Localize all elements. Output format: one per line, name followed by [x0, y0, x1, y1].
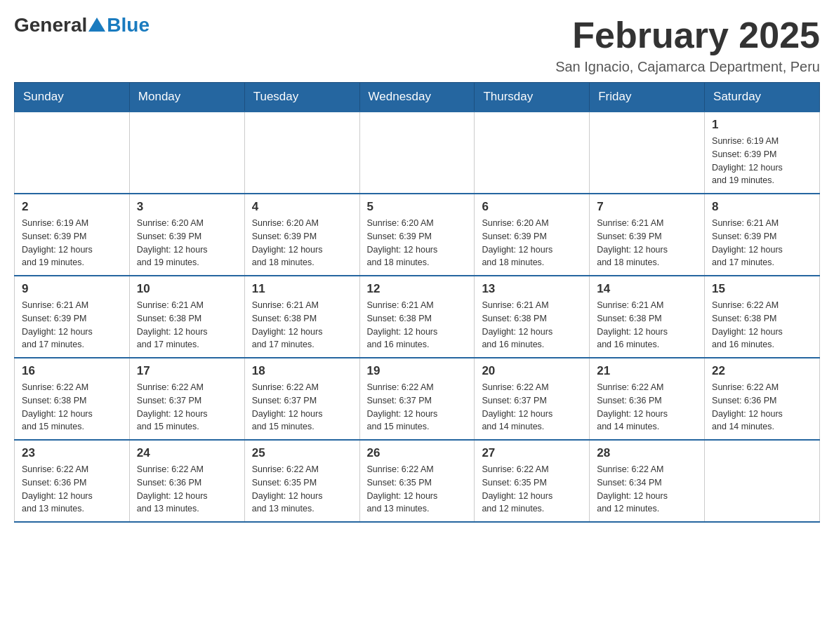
day-number: 16 [22, 364, 122, 378]
page-header: General Blue February 2025 San Ignacio, … [14, 14, 820, 75]
calendar-cell: 11Sunrise: 6:21 AM Sunset: 6:38 PM Dayli… [244, 276, 359, 358]
weekday-header: Saturday [705, 83, 820, 112]
calendar-cell: 18Sunrise: 6:22 AM Sunset: 6:37 PM Dayli… [244, 358, 359, 440]
calendar-cell: 26Sunrise: 6:22 AM Sunset: 6:35 PM Dayli… [359, 440, 475, 522]
calendar-cell: 14Sunrise: 6:21 AM Sunset: 6:38 PM Dayli… [590, 276, 705, 358]
calendar-cell: 22Sunrise: 6:22 AM Sunset: 6:36 PM Dayli… [705, 358, 820, 440]
logo-blue-part: Blue [87, 14, 150, 36]
calendar-cell: 15Sunrise: 6:22 AM Sunset: 6:38 PM Dayli… [705, 276, 820, 358]
day-info: Sunrise: 6:21 AM Sunset: 6:38 PM Dayligh… [597, 299, 697, 351]
day-number: 10 [137, 282, 237, 296]
calendar-cell: 8Sunrise: 6:21 AM Sunset: 6:39 PM Daylig… [705, 194, 820, 276]
day-number: 14 [597, 282, 697, 296]
main-title: February 2025 [555, 14, 820, 56]
calendar-cell [475, 112, 590, 194]
day-info: Sunrise: 6:19 AM Sunset: 6:39 PM Dayligh… [22, 217, 122, 269]
day-info: Sunrise: 6:22 AM Sunset: 6:35 PM Dayligh… [367, 463, 468, 516]
title-section: February 2025 San Ignacio, Cajamarca Dep… [555, 14, 820, 75]
day-number: 25 [252, 446, 352, 460]
logo: General Blue [14, 14, 150, 36]
day-number: 12 [367, 282, 468, 296]
day-number: 11 [252, 282, 352, 296]
calendar-cell: 10Sunrise: 6:21 AM Sunset: 6:38 PM Dayli… [129, 276, 244, 358]
week-row: 9Sunrise: 6:21 AM Sunset: 6:39 PM Daylig… [15, 276, 820, 358]
calendar-table: SundayMondayTuesdayWednesdayThursdayFrid… [14, 82, 820, 523]
day-info: Sunrise: 6:21 AM Sunset: 6:39 PM Dayligh… [22, 299, 122, 351]
logo-text: General Blue [14, 14, 150, 36]
weekday-header: Tuesday [244, 83, 359, 112]
day-number: 21 [597, 364, 697, 378]
calendar-cell [129, 112, 244, 194]
day-info: Sunrise: 6:22 AM Sunset: 6:35 PM Dayligh… [252, 463, 352, 516]
day-number: 1 [712, 118, 812, 132]
calendar-cell: 2Sunrise: 6:19 AM Sunset: 6:39 PM Daylig… [15, 194, 130, 276]
day-info: Sunrise: 6:22 AM Sunset: 6:34 PM Dayligh… [597, 463, 697, 516]
day-number: 26 [367, 446, 468, 460]
day-info: Sunrise: 6:20 AM Sunset: 6:39 PM Dayligh… [367, 217, 468, 269]
day-number: 7 [597, 200, 697, 214]
day-info: Sunrise: 6:22 AM Sunset: 6:35 PM Dayligh… [482, 463, 582, 516]
day-info: Sunrise: 6:20 AM Sunset: 6:39 PM Dayligh… [482, 217, 582, 269]
logo-general: General [14, 14, 87, 36]
day-number: 23 [22, 446, 122, 460]
day-number: 2 [22, 200, 122, 214]
calendar-cell: 6Sunrise: 6:20 AM Sunset: 6:39 PM Daylig… [475, 194, 590, 276]
day-info: Sunrise: 6:22 AM Sunset: 6:37 PM Dayligh… [252, 381, 352, 434]
day-info: Sunrise: 6:22 AM Sunset: 6:38 PM Dayligh… [22, 381, 122, 434]
calendar-cell: 7Sunrise: 6:21 AM Sunset: 6:39 PM Daylig… [590, 194, 705, 276]
day-number: 15 [712, 282, 812, 296]
calendar-cell [705, 440, 820, 522]
calendar-cell: 23Sunrise: 6:22 AM Sunset: 6:36 PM Dayli… [15, 440, 130, 522]
day-number: 9 [22, 282, 122, 296]
day-info: Sunrise: 6:20 AM Sunset: 6:39 PM Dayligh… [137, 217, 237, 269]
day-number: 28 [597, 446, 697, 460]
day-number: 17 [137, 364, 237, 378]
day-number: 4 [252, 200, 352, 214]
day-number: 22 [712, 364, 812, 378]
week-row: 16Sunrise: 6:22 AM Sunset: 6:38 PM Dayli… [15, 358, 820, 440]
day-number: 20 [482, 364, 582, 378]
day-number: 6 [482, 200, 582, 214]
calendar-cell: 12Sunrise: 6:21 AM Sunset: 6:38 PM Dayli… [359, 276, 475, 358]
calendar-cell: 4Sunrise: 6:20 AM Sunset: 6:39 PM Daylig… [244, 194, 359, 276]
logo-triangle-icon [88, 18, 105, 32]
day-info: Sunrise: 6:21 AM Sunset: 6:39 PM Dayligh… [597, 217, 697, 269]
weekday-header: Thursday [475, 83, 590, 112]
calendar-cell: 28Sunrise: 6:22 AM Sunset: 6:34 PM Dayli… [590, 440, 705, 522]
day-info: Sunrise: 6:22 AM Sunset: 6:36 PM Dayligh… [137, 463, 237, 516]
calendar-cell: 19Sunrise: 6:22 AM Sunset: 6:37 PM Dayli… [359, 358, 475, 440]
day-info: Sunrise: 6:21 AM Sunset: 6:38 PM Dayligh… [252, 299, 352, 351]
day-number: 18 [252, 364, 352, 378]
calendar-cell [590, 112, 705, 194]
day-info: Sunrise: 6:21 AM Sunset: 6:39 PM Dayligh… [712, 217, 812, 269]
day-number: 13 [482, 282, 582, 296]
calendar-cell: 20Sunrise: 6:22 AM Sunset: 6:37 PM Dayli… [475, 358, 590, 440]
day-info: Sunrise: 6:22 AM Sunset: 6:37 PM Dayligh… [137, 381, 237, 434]
week-row: 23Sunrise: 6:22 AM Sunset: 6:36 PM Dayli… [15, 440, 820, 522]
calendar-cell: 25Sunrise: 6:22 AM Sunset: 6:35 PM Dayli… [244, 440, 359, 522]
day-number: 19 [367, 364, 468, 378]
calendar-cell: 3Sunrise: 6:20 AM Sunset: 6:39 PM Daylig… [129, 194, 244, 276]
day-info: Sunrise: 6:22 AM Sunset: 6:36 PM Dayligh… [22, 463, 122, 516]
calendar-cell: 16Sunrise: 6:22 AM Sunset: 6:38 PM Dayli… [15, 358, 130, 440]
day-info: Sunrise: 6:22 AM Sunset: 6:37 PM Dayligh… [367, 381, 468, 434]
subtitle: San Ignacio, Cajamarca Department, Peru [555, 59, 820, 75]
weekday-header: Wednesday [359, 83, 475, 112]
day-info: Sunrise: 6:19 AM Sunset: 6:39 PM Dayligh… [712, 135, 812, 187]
calendar-cell [244, 112, 359, 194]
calendar-cell: 13Sunrise: 6:21 AM Sunset: 6:38 PM Dayli… [475, 276, 590, 358]
calendar-cell: 24Sunrise: 6:22 AM Sunset: 6:36 PM Dayli… [129, 440, 244, 522]
week-row: 1Sunrise: 6:19 AM Sunset: 6:39 PM Daylig… [15, 112, 820, 194]
week-row: 2Sunrise: 6:19 AM Sunset: 6:39 PM Daylig… [15, 194, 820, 276]
calendar-cell [15, 112, 130, 194]
calendar-cell: 21Sunrise: 6:22 AM Sunset: 6:36 PM Dayli… [590, 358, 705, 440]
day-info: Sunrise: 6:22 AM Sunset: 6:36 PM Dayligh… [597, 381, 697, 434]
logo-blue: Blue [107, 14, 150, 36]
calendar-cell: 1Sunrise: 6:19 AM Sunset: 6:39 PM Daylig… [705, 112, 820, 194]
weekday-header: Monday [129, 83, 244, 112]
day-number: 5 [367, 200, 468, 214]
calendar-cell [359, 112, 475, 194]
day-number: 27 [482, 446, 582, 460]
day-number: 24 [137, 446, 237, 460]
calendar-cell: 9Sunrise: 6:21 AM Sunset: 6:39 PM Daylig… [15, 276, 130, 358]
